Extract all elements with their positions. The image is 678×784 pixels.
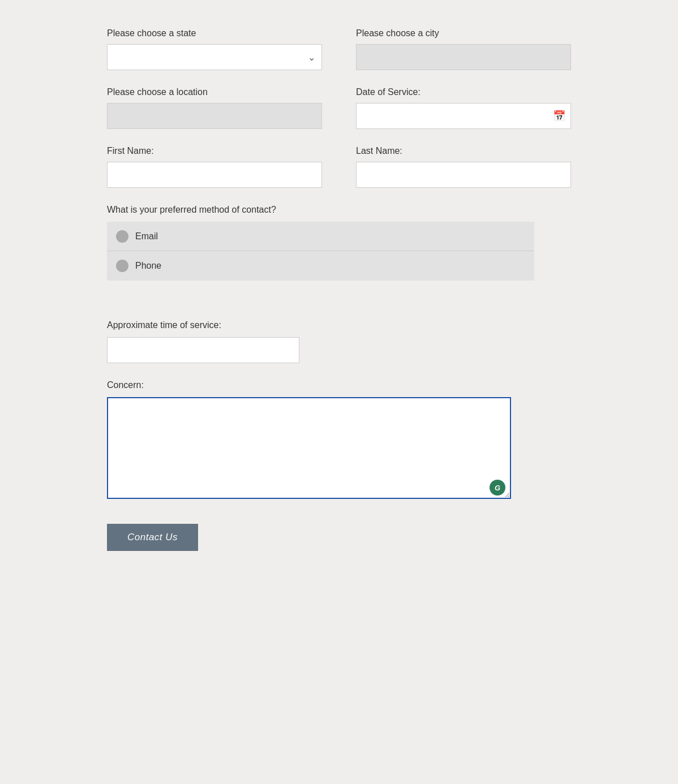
concern-row: Concern: G (107, 380, 571, 501)
last-name-input[interactable] (356, 162, 571, 188)
last-name-label: Last Name: (356, 146, 571, 156)
first-name-group: First Name: (107, 146, 322, 188)
location-group: Please choose a location (107, 87, 322, 129)
state-group: Please choose a state ⌄ (107, 28, 322, 70)
city-group: Please choose a city (356, 28, 571, 70)
date-group: Date of Service: 📅 (356, 87, 571, 129)
state-select-wrapper[interactable]: ⌄ (107, 44, 322, 70)
state-label: Please choose a state (107, 28, 322, 38)
time-input[interactable] (107, 337, 299, 363)
email-radio-option[interactable]: Email (107, 222, 534, 251)
contact-method-radio-group: Email Phone (107, 222, 534, 281)
time-row: Approximate time of service: (107, 320, 571, 363)
spacer (107, 298, 571, 320)
email-radio-label: Email (135, 231, 158, 242)
city-input (356, 44, 571, 70)
date-wrapper: 📅 (356, 103, 571, 129)
submit-button[interactable]: Contact Us (107, 524, 198, 551)
concern-textarea[interactable] (107, 397, 511, 499)
location-label: Please choose a location (107, 87, 322, 97)
concern-textarea-wrapper: G (107, 397, 511, 501)
first-name-input[interactable] (107, 162, 322, 188)
phone-radio-label: Phone (135, 261, 161, 271)
contact-form: Please choose a state ⌄ Please choose a … (84, 17, 594, 562)
contact-method-label: What is your preferred method of contact… (107, 205, 571, 215)
date-input[interactable] (356, 103, 571, 129)
city-label: Please choose a city (356, 28, 571, 38)
state-city-row: Please choose a state ⌄ Please choose a … (107, 28, 571, 70)
email-radio-circle (116, 230, 128, 243)
location-date-row: Please choose a location Date of Service… (107, 87, 571, 129)
location-input (107, 103, 322, 129)
date-label: Date of Service: (356, 87, 571, 97)
state-select[interactable] (107, 44, 322, 70)
last-name-group: Last Name: (356, 146, 571, 188)
phone-radio-option[interactable]: Phone (107, 251, 534, 281)
time-label: Approximate time of service: (107, 320, 571, 330)
first-name-label: First Name: (107, 146, 322, 156)
submit-section: Contact Us (107, 524, 571, 551)
contact-method-row: What is your preferred method of contact… (107, 205, 571, 281)
phone-radio-circle (116, 260, 128, 272)
name-row: First Name: Last Name: (107, 146, 571, 188)
concern-label: Concern: (107, 380, 571, 390)
